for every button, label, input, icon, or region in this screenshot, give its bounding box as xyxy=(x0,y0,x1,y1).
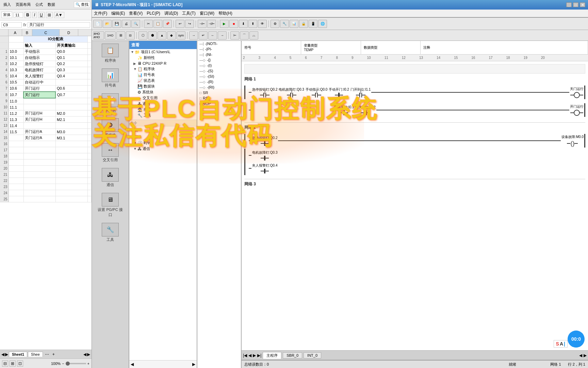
add-sheet-plus[interactable]: + xyxy=(51,352,56,357)
element-2[interactable]: ⬢ xyxy=(148,31,157,40)
lad-grid-btn[interactable]: ⊞ xyxy=(116,31,125,40)
italic-button[interactable]: I xyxy=(32,12,37,18)
lad-btn-1[interactable]: 4HO 4HO xyxy=(93,31,104,40)
upload-button[interactable]: ⬆ xyxy=(248,20,257,28)
tree-scroll-right[interactable]: ▶ xyxy=(192,362,195,367)
arrow-left[interactable]: ← xyxy=(208,31,217,40)
run-button[interactable]: ▶ xyxy=(220,20,229,28)
arrow-right2[interactable]: → xyxy=(218,31,227,40)
cut-button[interactable]: ✂ xyxy=(144,20,153,28)
cell-reference[interactable] xyxy=(1,22,22,28)
menu-plc[interactable]: PLC(P) xyxy=(147,11,160,16)
tree-item-crossref[interactable]: ↔ 交叉引用 xyxy=(129,95,197,101)
instr-r[interactable]: —◇ -(R) xyxy=(197,79,241,85)
monitor-button[interactable]: 👁 xyxy=(258,20,267,28)
open-button[interactable]: 📂 xyxy=(103,20,112,28)
tree-item-comm2[interactable]: ▼ 🖧 通信 xyxy=(129,146,197,152)
contact-no-btn[interactable]: ⊣⊢ xyxy=(198,20,207,28)
element-3[interactable]: ▲ xyxy=(158,31,166,40)
tree-item-tools[interactable]: 🔧 工具 xyxy=(129,112,197,118)
options-button-4[interactable]: 🔒 xyxy=(299,20,308,28)
curly[interactable]: ⌒ xyxy=(240,31,249,40)
contact-nc-btn[interactable]: ⊣/⊢ xyxy=(207,20,216,28)
tab-main-program[interactable]: 主程序 xyxy=(263,352,281,359)
print-preview-button[interactable]: 🔍 xyxy=(131,20,140,28)
new-button[interactable]: 📄 xyxy=(93,20,102,28)
nav-next-sheet[interactable]: ▶ xyxy=(5,352,8,357)
element-1[interactable]: ⬡ xyxy=(138,31,147,40)
tree-item-progblock[interactable]: ▼ 📋 程序块 xyxy=(129,66,197,72)
instr-noti[interactable]: —| -|NOTI- xyxy=(197,41,241,46)
arrow-left-hook[interactable]: ↵ xyxy=(199,31,208,40)
add-sheet-button[interactable]: ⋯ xyxy=(44,352,50,357)
col-A-header[interactable]: A xyxy=(9,29,22,36)
col-B-header[interactable]: B xyxy=(22,29,32,36)
tree-item-comm[interactable]: 🖧 通信 xyxy=(129,101,197,107)
tree-item-cpu[interactable]: ▶ 🖥 CPU 224XP R xyxy=(129,61,197,66)
tree-item-symboltable[interactable]: 📊 符号表 xyxy=(129,72,197,78)
options-button-3[interactable]: 📊 xyxy=(290,20,298,28)
close-button[interactable]: ✕ xyxy=(580,2,585,7)
tree-scroll-left[interactable]: ◀ xyxy=(131,362,134,367)
download-button[interactable]: ⬇ xyxy=(239,20,248,28)
tab-nav-next[interactable]: ▶ xyxy=(253,353,256,358)
instr-s[interactable]: —◇ -(S) xyxy=(197,68,241,74)
zoom-slider[interactable] xyxy=(66,363,86,364)
tree-item-datablock[interactable]: 💾 数据块 xyxy=(129,83,197,89)
instr-curly[interactable]: —◇ -{} xyxy=(197,57,241,63)
tab-scroll-right[interactable]: ▶ xyxy=(584,353,587,358)
sheet-tab-sheet1[interactable]: Sheet1 xyxy=(9,352,27,357)
menu-view[interactable]: 查看(V) xyxy=(129,11,143,16)
font-size-input[interactable]: 11 xyxy=(14,12,23,18)
print-button[interactable]: 🖨 xyxy=(122,20,131,28)
instr-pi[interactable]: —| -|PI- xyxy=(197,46,241,52)
fill-color-button[interactable]: A▼ xyxy=(54,12,64,18)
options-button-5[interactable]: 📱 xyxy=(309,20,317,28)
options-button-2[interactable]: 🔧 xyxy=(280,20,289,28)
cell[interactable] xyxy=(9,36,23,42)
bracket[interactable]: ⌓ xyxy=(249,31,258,40)
instr-si[interactable]: —◇ -(SI) xyxy=(197,74,241,79)
menu-debug[interactable]: 调试(D) xyxy=(164,11,178,16)
scroll-right[interactable]: ▶ xyxy=(87,352,90,357)
menu-file[interactable]: 文件(F) xyxy=(94,11,107,16)
formula-input[interactable] xyxy=(28,22,90,28)
tree-item-statustable[interactable]: 📈 状态表 xyxy=(129,78,197,83)
instr-nop[interactable]: □ NOP xyxy=(197,101,241,106)
instr-rs[interactable]: □ RS xyxy=(197,95,241,101)
cell[interactable] xyxy=(88,42,92,48)
maximize-button[interactable]: □ xyxy=(573,2,578,7)
tab-int0[interactable]: INT_0 xyxy=(304,352,321,358)
nav-tools[interactable]: 🔧 工具 xyxy=(95,221,126,244)
paste-button[interactable]: 📌 xyxy=(163,20,172,28)
menu-edit[interactable]: 编辑(E) xyxy=(111,11,125,16)
lad-btn-2[interactable]: 1HO xyxy=(105,31,116,40)
undo-button[interactable]: ↩ xyxy=(176,20,184,28)
excel-menu-insert[interactable]: 插入 xyxy=(1,1,13,8)
element-4[interactable]: ◆ xyxy=(167,31,176,40)
nav-system-block[interactable]: ⚙ 系统块 xyxy=(95,117,126,139)
font-name-input[interactable]: 宋体 xyxy=(1,12,12,18)
underline-button[interactable]: U xyxy=(38,12,45,18)
nav-prev-sheet[interactable]: ◀ xyxy=(1,352,4,357)
menu-window[interactable]: 窗口(W) xyxy=(200,11,214,16)
zoom-plus[interactable]: + xyxy=(87,362,89,366)
nav-status-table[interactable]: 📈 状态表 xyxy=(95,92,126,114)
arrow-right[interactable]: → xyxy=(189,31,198,40)
save-button[interactable]: 💾 xyxy=(112,20,121,28)
stop-button[interactable]: ■ xyxy=(229,20,238,28)
tab-scroll-left[interactable]: ◀ xyxy=(579,353,582,358)
bold-button[interactable]: B xyxy=(24,12,31,18)
sheet-tab-shee[interactable]: Shee xyxy=(28,352,43,357)
zoom-minus[interactable]: − xyxy=(62,362,64,366)
excel-menu-formula[interactable]: 公式 xyxy=(33,1,45,8)
excel-menu-layout[interactable]: 页面布局 xyxy=(14,1,33,8)
tree-item-newfeature[interactable]: ✨ 新特性 xyxy=(129,55,197,61)
instr-ni[interactable]: —| -|NI- xyxy=(197,52,241,57)
nav-pgpc[interactable]: 🖥 设置 PG/PC 接口 xyxy=(95,191,126,219)
nav-program-block[interactable]: 📋 程序块 xyxy=(95,42,126,64)
redo-button[interactable]: ↪ xyxy=(185,20,194,28)
page-break-btn[interactable]: ⊡ xyxy=(17,361,23,367)
tab-sbr0[interactable]: SBR_0 xyxy=(283,352,302,358)
nav-comm[interactable]: 🖧 通信 xyxy=(95,167,126,189)
